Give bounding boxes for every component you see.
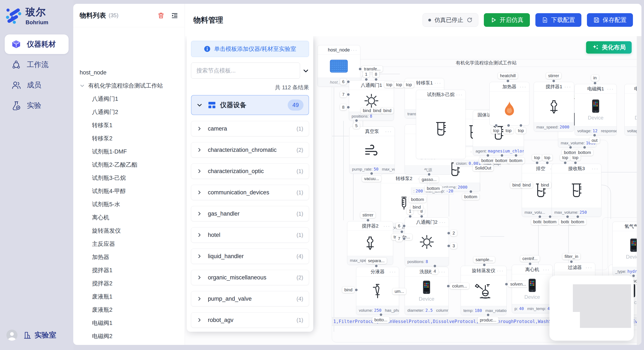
tree-item[interactable]: 主反应器 <box>73 237 185 250</box>
template-category-robot_agv[interactable]: robot_agv(1) <box>191 312 309 328</box>
tree-item[interactable]: 转移泵2 <box>73 132 185 145</box>
node-title: host_node··· <box>318 45 360 55</box>
tree-item[interactable]: 八通阀门2 <box>73 105 185 119</box>
canvas-node[interactable]: 搅拌器2···max_speed: 2000 <box>347 221 393 265</box>
node-menu-icon[interactable]: ··· <box>439 219 446 225</box>
tree-item[interactable]: 废液瓶2 <box>73 303 185 316</box>
chevron-right-icon <box>197 296 202 301</box>
tree-item[interactable]: 试剂瓶2-乙酸乙酯 <box>73 158 185 172</box>
node-menu-icon[interactable]: ··· <box>434 80 442 86</box>
template-category-characterization_optic[interactable]: characterization_optic(1) <box>191 164 309 179</box>
experiment-icon <box>12 101 21 110</box>
template-category-liquid_handler[interactable]: liquid_handler(4) <box>191 249 309 264</box>
node-menu-icon[interactable]: ··· <box>543 267 550 273</box>
tree-item[interactable]: 搅拌器1 <box>73 264 185 277</box>
tree-item[interactable]: 旋转蒸发仪 <box>73 224 185 237</box>
node-menu-icon[interactable]: ··· <box>456 92 463 98</box>
template-category-gas_handler[interactable]: gas_handler(1) <box>191 206 309 221</box>
category-group-instruments[interactable]: 仪器设备 49 <box>191 95 309 115</box>
trash-icon[interactable] <box>158 12 164 19</box>
refresh-icon[interactable] <box>466 17 472 23</box>
node-body <box>490 91 529 126</box>
sim-status-label: 仿真已停止 <box>434 16 463 24</box>
tree-item[interactable]: 废液瓶1 <box>73 290 185 303</box>
tree-item[interactable]: 转移泵1 <box>73 119 185 132</box>
template-hint-banner: 单击模板添加仪器/耗材至实验室 <box>191 41 309 57</box>
canvas-node[interactable]: 接收瓶3···max_volume: 250 <box>552 164 602 217</box>
download-config-button[interactable]: 下载配置 <box>536 13 582 27</box>
node-menu-icon[interactable]: ··· <box>383 223 390 229</box>
node-menu-icon[interactable]: ··· <box>385 128 392 134</box>
node-menu-icon[interactable]: ··· <box>607 86 614 92</box>
collapse-list-icon[interactable] <box>171 12 178 19</box>
canvas-node[interactable]: 八通阀门2···positions: 8 <box>405 217 449 266</box>
tree-item[interactable]: 试剂瓶1-DMF <box>73 145 185 158</box>
canvas-node[interactable]: 搅拌器1···max_speed: 2000 <box>534 82 574 132</box>
tree-item[interactable]: 加热器 <box>73 250 185 264</box>
node-menu-icon[interactable]: ··· <box>564 84 572 90</box>
tree-item[interactable]: 试剂瓶4-甲醇 <box>73 184 185 198</box>
template-category-communication_devices[interactable]: communication_devices(1) <box>191 185 309 200</box>
beautify-layout-button[interactable]: 美化布局 <box>586 41 632 54</box>
sidebar-item-experiment[interactable]: 实验 <box>5 96 68 115</box>
category-name: characterization_chromatic <box>208 147 277 153</box>
node-menu-icon[interactable]: ··· <box>439 269 446 275</box>
template-category-organic_miscellaneous[interactable]: organic_miscellaneous(2) <box>191 270 309 285</box>
node-param-value: 250 <box>580 210 587 214</box>
node-footer: diameter: 2.5column_type: si <box>405 306 448 315</box>
node-param-value: 2000 <box>373 258 383 263</box>
canvas-scrollbar[interactable] <box>637 36 642 345</box>
node-footer: p: 40min_temp: 4max_spe <box>512 304 552 313</box>
canvas-node[interactable]: 加热器··· <box>490 82 530 126</box>
tree-item[interactable]: 八通阀门1 <box>73 92 185 105</box>
members-icon <box>12 80 21 90</box>
node-menu-icon[interactable]: ··· <box>586 265 592 270</box>
sidebar-item-cube[interactable]: 仪器耗材 <box>5 34 68 54</box>
flow-canvas[interactable]: 有机化学流程综合测试工作站 host_node···host_no...八通阀门… <box>185 36 642 345</box>
start-sim-button[interactable]: 开启仿真 <box>484 13 530 27</box>
tree-item[interactable]: 试剂瓶5-水 <box>73 198 185 211</box>
canvas-node[interactable]: 旋转蒸发仪···temp: 180max_rotation_speed: <box>461 266 507 315</box>
tree-item-group[interactable]: 有机化学流程综合测试工作站 <box>73 79 185 92</box>
canvas-node[interactable]: 离心机···Devicep: 40min_temp: 4max_spe <box>512 265 553 313</box>
avatar[interactable] <box>6 330 18 341</box>
node-menu-icon[interactable]: ··· <box>389 269 396 275</box>
node-menu-icon[interactable]: ··· <box>497 268 504 274</box>
template-category-characterization_chromatic[interactable]: characterization_chromatic(2) <box>191 142 309 158</box>
lab-link[interactable]: 实验室 <box>23 330 56 340</box>
tree-item[interactable]: 试剂瓶3-己烷 <box>73 172 185 184</box>
tree-item[interactable]: 搅拌器2 <box>73 277 185 290</box>
chevron-down-icon[interactable] <box>80 83 85 88</box>
save-config-button[interactable]: 保存配置 <box>587 13 633 27</box>
tree-item-host[interactable]: host_node <box>73 66 185 79</box>
stirrer-icon <box>363 234 378 252</box>
canvas-node[interactable]: 试剂瓶3-己烷··· <box>416 90 466 159</box>
search-input[interactable] <box>191 62 300 79</box>
canvas-node[interactable]: 洗脱柱···Devicediameter: 2.5column_type: si <box>405 267 448 315</box>
page-header: 物料管理 仿真已停止 开启仿真 <box>185 4 642 36</box>
tree-item[interactable]: 离心机 <box>73 211 185 224</box>
node-menu-icon[interactable]: ··· <box>592 166 599 172</box>
chevron-right-icon <box>197 190 202 195</box>
node-menu-icon[interactable]: ··· <box>384 82 391 88</box>
category-count: (1) <box>296 168 303 175</box>
tree-item[interactable]: 电磁阀1 <box>73 316 185 330</box>
sidebar-item-workflow[interactable]: 工作流 <box>5 55 68 74</box>
template-category-hotel[interactable]: hotel(1) <box>191 227 309 243</box>
tree-item[interactable]: 氢气电磁阀 <box>73 343 185 345</box>
node-menu-icon[interactable]: ··· <box>350 47 358 53</box>
template-category-pump_and_valve[interactable]: pump_and_valve(4) <box>191 291 309 306</box>
canvas-node[interactable]: 八通阀门1···positions: 8 <box>349 80 394 121</box>
template-category-camera[interactable]: camera(1) <box>191 121 309 136</box>
canvas-node[interactable]: 分液器···volume: 250has_phases: true <box>356 267 399 315</box>
node-menu-icon[interactable]: ··· <box>418 176 424 181</box>
collapse-panel-icon[interactable] <box>302 68 309 74</box>
sim-status-pill[interactable]: 仿真已停止 <box>422 13 478 27</box>
canvas-node[interactable]: 电磁阀1···Devicevoltage: 12response_time: 0… <box>574 84 617 136</box>
canvas-node[interactable]: 真空泵···pump_rate: 50max_vacuum: 0.1 <box>349 127 395 174</box>
minimap[interactable] <box>550 276 634 341</box>
node-param: max_vacuum: 0.1 <box>382 167 394 172</box>
node-menu-icon[interactable]: ··· <box>520 84 527 90</box>
sidebar-item-members[interactable]: 成员 <box>5 75 68 95</box>
tree-item[interactable]: 电磁阀2 <box>73 330 185 343</box>
